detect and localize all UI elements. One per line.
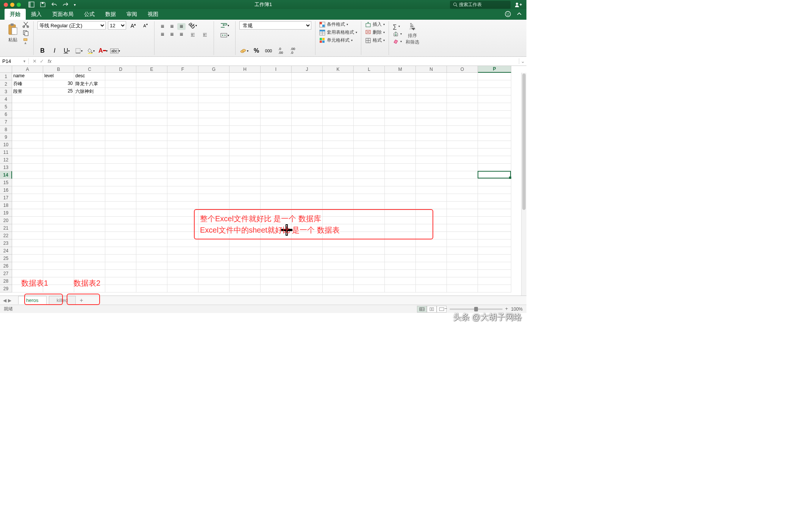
cell[interactable] <box>43 118 74 126</box>
tab-插入[interactable]: 插入 <box>26 9 47 20</box>
cell[interactable] <box>292 179 323 186</box>
row-header[interactable]: 20 <box>0 217 12 224</box>
cell[interactable] <box>198 141 230 149</box>
cell[interactable] <box>385 285 416 292</box>
cell[interactable] <box>261 149 292 156</box>
cell[interactable] <box>105 73 136 80</box>
cell[interactable] <box>105 247 136 255</box>
row-header[interactable]: 6 <box>0 111 12 118</box>
column-header[interactable]: J <box>292 66 323 73</box>
cell[interactable] <box>12 164 43 171</box>
cell[interactable] <box>43 270 74 277</box>
cell[interactable] <box>354 171 385 179</box>
cell[interactable] <box>261 88 292 95</box>
row-header[interactable]: 8 <box>0 126 12 133</box>
cell[interactable] <box>354 194 385 202</box>
cell[interactable] <box>230 80 261 88</box>
cell[interactable] <box>385 141 416 149</box>
cell[interactable] <box>478 224 511 232</box>
cell[interactable] <box>385 133 416 141</box>
cell[interactable] <box>478 149 511 156</box>
sheet-prev-icon[interactable]: ◀ <box>3 298 6 303</box>
cell[interactable] <box>323 141 354 149</box>
column-header[interactable]: P <box>478 66 511 73</box>
cell[interactable] <box>292 95 323 103</box>
italic-button[interactable]: I <box>50 47 59 55</box>
cell[interactable] <box>198 95 230 103</box>
cell[interactable] <box>198 239 230 247</box>
cell[interactable] <box>136 209 167 217</box>
cell[interactable] <box>292 133 323 141</box>
cell[interactable] <box>385 111 416 118</box>
cell[interactable] <box>198 247 230 255</box>
cell[interactable] <box>43 194 74 202</box>
cell[interactable] <box>74 194 105 202</box>
cell[interactable] <box>43 156 74 164</box>
cell[interactable] <box>198 88 230 95</box>
column-header[interactable]: K <box>323 66 354 73</box>
cell[interactable] <box>354 88 385 95</box>
cell[interactable] <box>12 141 43 149</box>
cell[interactable] <box>478 239 511 247</box>
cell[interactable] <box>12 239 43 247</box>
cell[interactable] <box>323 171 354 179</box>
cell[interactable] <box>167 186 198 194</box>
cell[interactable] <box>261 73 292 80</box>
cell[interactable] <box>230 247 261 255</box>
column-header[interactable]: E <box>136 66 167 73</box>
cell[interactable] <box>105 88 136 95</box>
cell[interactable] <box>12 133 43 141</box>
cell[interactable] <box>323 164 354 171</box>
row-header[interactable]: 4 <box>0 95 12 103</box>
cell[interactable] <box>354 202 385 209</box>
cell[interactable] <box>416 88 447 95</box>
cell[interactable] <box>136 126 167 133</box>
cell[interactable] <box>105 156 136 164</box>
vertical-scrollbar[interactable] <box>521 73 526 296</box>
cell[interactable] <box>385 171 416 179</box>
cell[interactable] <box>43 171 74 179</box>
cell[interactable] <box>323 95 354 103</box>
cell[interactable] <box>167 149 198 156</box>
cell[interactable] <box>43 255 74 262</box>
cell[interactable] <box>292 156 323 164</box>
row-header[interactable]: 10 <box>0 141 12 149</box>
cell[interactable] <box>323 186 354 194</box>
cell[interactable] <box>385 247 416 255</box>
cell[interactable] <box>74 232 105 239</box>
font-name-select[interactable]: 等线 Regular (正文) <box>37 21 106 30</box>
cell[interactable] <box>136 232 167 239</box>
currency-button[interactable]: ▾ <box>239 47 249 55</box>
cell[interactable] <box>292 194 323 202</box>
cell[interactable] <box>416 80 447 88</box>
row-header[interactable]: 27 <box>0 270 12 277</box>
cell[interactable] <box>416 164 447 171</box>
cell[interactable] <box>447 232 478 239</box>
paste-button[interactable]: 粘贴 <box>6 22 20 44</box>
row-header[interactable]: 21 <box>0 224 12 232</box>
cell[interactable] <box>261 262 292 270</box>
cell[interactable] <box>230 255 261 262</box>
row-header[interactable]: 3 <box>0 88 12 95</box>
align-right-icon[interactable]: ≡ <box>177 31 186 38</box>
cell[interactable] <box>292 103 323 111</box>
cell[interactable] <box>354 149 385 156</box>
cell[interactable] <box>354 141 385 149</box>
cell[interactable] <box>385 118 416 126</box>
cell[interactable] <box>416 156 447 164</box>
cell[interactable] <box>478 95 511 103</box>
column-header[interactable]: A <box>12 66 43 73</box>
cell[interactable] <box>261 202 292 209</box>
cell[interactable] <box>323 88 354 95</box>
cell[interactable] <box>292 285 323 292</box>
cell[interactable] <box>43 164 74 171</box>
align-top-left-icon[interactable]: ≡ <box>158 23 167 30</box>
cell[interactable] <box>136 270 167 277</box>
cell[interactable] <box>323 194 354 202</box>
cell[interactable] <box>198 80 230 88</box>
cell[interactable]: 25 <box>43 88 74 95</box>
cell[interactable] <box>105 103 136 111</box>
cell[interactable] <box>12 103 43 111</box>
cell[interactable] <box>43 149 74 156</box>
cell[interactable] <box>230 149 261 156</box>
